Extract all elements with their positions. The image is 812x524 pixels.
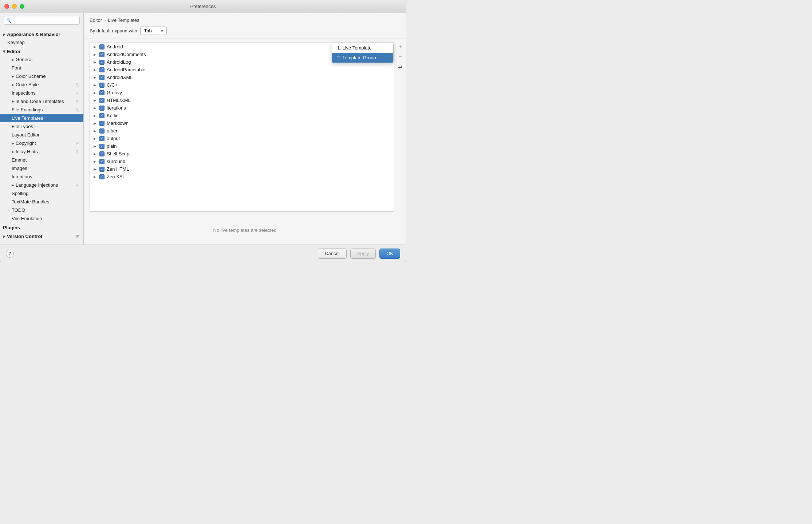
sidebar-item-textmate-bundles[interactable]: TextMate Bundles xyxy=(0,198,83,206)
sidebar-item-label: Plugins xyxy=(3,225,20,230)
sidebar-item-label: Spelling xyxy=(12,191,28,196)
sidebar-item-spelling[interactable]: Spelling xyxy=(0,189,83,198)
template-checkbox[interactable]: — xyxy=(99,121,105,126)
template-checkbox[interactable]: ✓ xyxy=(99,98,105,103)
template-list-item[interactable]: ▶✓AndroidParcelable xyxy=(90,66,394,74)
template-list-item[interactable]: ▶✓HTML/XML xyxy=(90,96,394,104)
sidebar-item-label: Copyright xyxy=(16,140,36,146)
sidebar-item-vim-emulation[interactable]: Vim Emulation xyxy=(0,214,83,223)
help-button[interactable]: ? xyxy=(6,250,14,258)
expand-arrow-icon: ▶ xyxy=(94,68,97,72)
titlebar: Preferences xyxy=(0,0,406,13)
sidebar-item-keymap[interactable]: Keymap xyxy=(0,38,83,47)
apply-button[interactable]: Apply xyxy=(350,249,376,259)
sidebar-item-language-injections[interactable]: ▶ Language Injections ⎘ xyxy=(0,181,83,189)
reset-button[interactable]: ↩ xyxy=(396,63,405,72)
copy-icon: ⎘ xyxy=(76,108,79,112)
template-checkbox[interactable]: ✓ xyxy=(99,52,105,57)
main-content: 🔍 ▶ Appearance & Behavior Keymap ▶ Edito… xyxy=(0,13,406,245)
sidebar-item-emmet[interactable]: Emmet xyxy=(0,156,83,164)
template-list-item[interactable]: ▶✓plain xyxy=(90,142,394,150)
template-group-label: AndroidXML xyxy=(107,75,133,80)
sidebar-item-file-types[interactable]: File Types xyxy=(0,122,83,131)
expand-arrow-icon: ▶ xyxy=(94,99,97,102)
template-list-item[interactable]: ▶✓other xyxy=(90,127,394,135)
sidebar-item-editor[interactable]: ▶ Editor xyxy=(0,47,83,55)
sidebar-item-inlay-hints[interactable]: ▶ Inlay Hints ⎘ xyxy=(0,147,83,156)
template-checkbox[interactable]: ✓ xyxy=(99,151,105,156)
sidebar-item-general[interactable]: ▶ General xyxy=(0,55,83,64)
template-checkbox[interactable]: ✓ xyxy=(99,144,105,149)
template-group-label: HTML/XML xyxy=(107,98,131,103)
sidebar-item-label: TextMate Bundles xyxy=(12,199,49,205)
search-input[interactable] xyxy=(4,16,80,25)
sidebar-item-copyright[interactable]: ▶ Copyright ⎘ xyxy=(0,139,83,147)
window-title: Preferences xyxy=(190,4,216,9)
expand-arrow-icon: ▶ xyxy=(94,76,97,79)
sidebar-item-intentions[interactable]: Intentions xyxy=(0,172,83,181)
sidebar-item-version-control[interactable]: ▶ Version Control ⎘ xyxy=(0,231,83,240)
template-group-label: Android xyxy=(107,44,123,49)
template-area: ▶✓Android▶✓AndroidComments▶✓AndroidLog▶✓… xyxy=(84,39,406,215)
template-list-item[interactable]: ▶✓C/C++ xyxy=(90,81,394,89)
dropdown-item-template-group[interactable]: 2. Template Group... xyxy=(332,53,393,63)
template-list-item[interactable]: ▶✓Shell Script xyxy=(90,150,394,158)
no-selection-text: No live templates are selected xyxy=(213,227,276,233)
ok-button[interactable]: OK xyxy=(379,249,400,259)
template-checkbox[interactable]: ✓ xyxy=(99,159,105,164)
template-list-item[interactable]: ▶✓surround xyxy=(90,158,394,165)
template-list-item[interactable]: ▶✓iterations xyxy=(90,104,394,112)
expand-arrow-icon: ▶ xyxy=(94,53,97,56)
dropdown-item-live-template[interactable]: 1. Live Template xyxy=(332,43,393,53)
remove-button[interactable]: − xyxy=(396,52,405,61)
sidebar-item-label: Emmet xyxy=(12,157,27,163)
sidebar: 🔍 ▶ Appearance & Behavior Keymap ▶ Edito… xyxy=(0,13,84,245)
sidebar-item-code-style[interactable]: ▶ Code Style ⎘ xyxy=(0,80,83,89)
cancel-button[interactable]: Cancel xyxy=(318,249,346,259)
sidebar-item-images[interactable]: Images xyxy=(0,164,83,172)
footer-right: Cancel Apply OK xyxy=(318,249,400,259)
template-group-label: iterations xyxy=(107,105,126,111)
sidebar-item-layout-editor[interactable]: Layout Editor xyxy=(0,131,83,139)
template-checkbox[interactable]: ✓ xyxy=(99,128,105,134)
sidebar-item-live-templates[interactable]: Live Templates xyxy=(0,114,83,122)
template-checkbox[interactable]: ✓ xyxy=(99,113,105,118)
close-button[interactable] xyxy=(4,4,9,9)
maximize-button[interactable] xyxy=(20,4,24,9)
template-checkbox[interactable]: ✓ xyxy=(99,60,105,65)
expand-arrow-icon: ▶ xyxy=(94,83,97,87)
sidebar-item-appearance[interactable]: ▶ Appearance & Behavior xyxy=(0,29,83,38)
sidebar-item-todo[interactable]: TODO xyxy=(0,206,83,214)
minimize-button[interactable] xyxy=(12,4,17,9)
template-checkbox[interactable]: ✓ xyxy=(99,174,105,179)
template-group-label: output xyxy=(107,136,120,141)
template-list-item[interactable]: ▶—Markdown xyxy=(90,119,394,127)
expand-icon: ▶ xyxy=(3,50,6,53)
template-checkbox[interactable]: ✓ xyxy=(99,75,105,80)
template-group-label: Kotlin xyxy=(107,113,119,118)
template-checkbox[interactable]: ✓ xyxy=(99,106,105,111)
template-list-item[interactable]: ▶✓Zen XSL xyxy=(90,173,394,180)
template-list-item[interactable]: ▶✓Groovy xyxy=(90,89,394,96)
template-checkbox[interactable]: ✓ xyxy=(99,90,105,95)
template-checkbox[interactable]: ✓ xyxy=(99,67,105,72)
template-checkbox[interactable]: ✓ xyxy=(99,44,105,49)
sidebar-item-file-code-templates[interactable]: File and Code Templates ⎘ xyxy=(0,97,83,106)
add-button[interactable]: + xyxy=(396,43,405,51)
template-list-item[interactable]: ▶✓output xyxy=(90,135,394,142)
template-list-item[interactable]: ▶✓Kotlin xyxy=(90,112,394,119)
sidebar-item-label: File and Code Templates xyxy=(12,99,64,104)
sidebar-item-label: Font xyxy=(12,65,21,71)
template-checkbox[interactable]: ✓ xyxy=(99,83,105,88)
template-list-item[interactable]: ▶✓Zen HTML xyxy=(90,165,394,173)
expand-select[interactable]: Tab Space Enter xyxy=(140,27,167,35)
sidebar-item-inspections[interactable]: Inspections ⎘ xyxy=(0,89,83,97)
template-list-item[interactable]: ▶✓AndroidXML xyxy=(90,74,394,81)
template-checkbox[interactable]: ✓ xyxy=(99,136,105,141)
template-checkbox[interactable]: ✓ xyxy=(99,167,105,172)
sidebar-item-font[interactable]: Font xyxy=(0,64,83,72)
sidebar-item-plugins[interactable]: Plugins xyxy=(0,223,83,231)
sidebar-item-file-encodings[interactable]: File Encodings ⎘ xyxy=(0,106,83,114)
sidebar-item-label: Version Control xyxy=(7,234,42,239)
sidebar-item-color-scheme[interactable]: ▶ Color Scheme xyxy=(0,72,83,80)
